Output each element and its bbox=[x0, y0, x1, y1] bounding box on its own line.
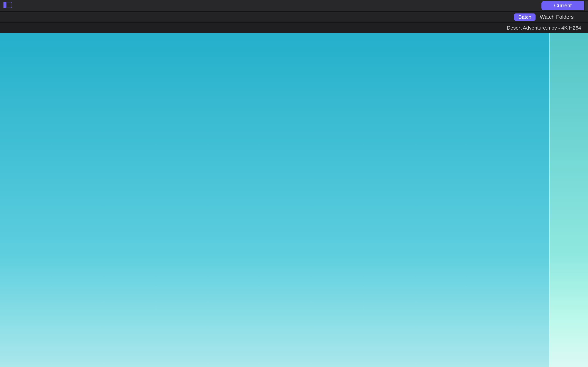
preview-viewer[interactable] bbox=[0, 33, 588, 367]
watch-folders-link[interactable]: Watch Folders bbox=[540, 14, 574, 20]
viewer-title: Desert Adventure.mov - 4K H264 bbox=[507, 25, 581, 31]
viewer-title-bar: Desert Adventure.mov - 4K H264 43% ▾ Vie… bbox=[0, 23, 588, 33]
batch-pill[interactable]: Batch bbox=[514, 13, 536, 21]
svg-rect-1 bbox=[3, 2, 6, 8]
sidebar-toggle-icon[interactable] bbox=[3, 2, 12, 9]
job-status-tabs: Current Active Completed bbox=[541, 1, 588, 10]
batch-subheader: Batch Watch Folders bbox=[0, 12, 588, 23]
split-handle[interactable] bbox=[549, 33, 550, 367]
left-panel: Batch Watch Folders Desert Adventure.mov… bbox=[0, 12, 588, 367]
tab-active[interactable]: Active bbox=[585, 1, 588, 10]
tab-current[interactable]: Current bbox=[541, 1, 585, 10]
top-toolbar: Current Active Completed bbox=[0, 0, 588, 12]
